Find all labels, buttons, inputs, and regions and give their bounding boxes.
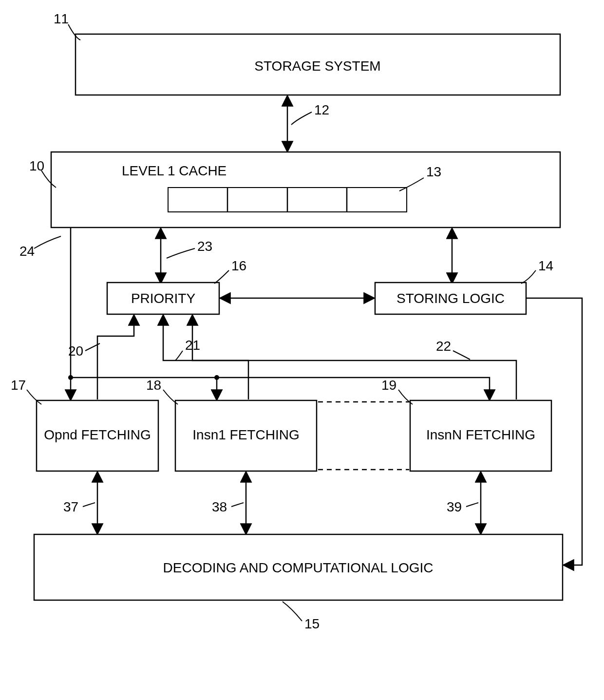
svg-text:18: 18 <box>146 378 161 393</box>
svg-text:38: 38 <box>212 499 227 514</box>
svg-text:23: 23 <box>197 239 212 254</box>
connector-22: 22 <box>192 316 516 399</box>
svg-text:13: 13 <box>426 164 441 179</box>
connector-38: 38 <box>212 473 246 533</box>
block-insn1-fetching: Insn1 FETCHING 18 <box>146 378 317 471</box>
block-diagram: STORAGE SYSTEM 11 12 LEVEL 1 CACHE 10 13 <box>0 0 604 700</box>
block-l1-cache: LEVEL 1 CACHE 10 13 <box>29 152 560 227</box>
svg-text:12: 12 <box>314 102 329 117</box>
block-storing-logic: STORING LOGIC 14 <box>375 258 553 314</box>
block-priority: PRIORITY 16 <box>107 258 246 314</box>
svg-text:11: 11 <box>54 11 69 26</box>
svg-text:19: 19 <box>381 378 396 393</box>
svg-text:20: 20 <box>68 343 83 359</box>
connector-21: 21 <box>163 316 248 399</box>
svg-text:Insn1 FETCHING: Insn1 FETCHING <box>192 427 299 442</box>
svg-text:STORING LOGIC: STORING LOGIC <box>396 291 505 306</box>
svg-text:10: 10 <box>29 158 44 173</box>
svg-text:22: 22 <box>436 339 451 354</box>
connector-37: 37 <box>63 473 97 533</box>
block-insnn-fetching: InsnN FETCHING 19 <box>381 378 551 471</box>
svg-text:17: 17 <box>11 378 26 393</box>
svg-text:15: 15 <box>304 616 320 631</box>
svg-text:PRIORITY: PRIORITY <box>131 291 196 306</box>
svg-text:14: 14 <box>538 258 553 273</box>
svg-text:37: 37 <box>63 499 78 514</box>
block-opnd-fetching: Opnd FETCHING 17 <box>11 378 158 471</box>
connector-23: 23 <box>161 229 212 283</box>
svg-text:InsnN FETCHING: InsnN FETCHING <box>426 427 535 442</box>
svg-text:39: 39 <box>447 499 462 514</box>
block-storage-system: STORAGE SYSTEM 11 <box>54 11 560 95</box>
block-decoding-logic: DECODING AND COMPUTATIONAL LOGIC 15 <box>34 534 563 631</box>
svg-text:LEVEL 1 CACHE: LEVEL 1 CACHE <box>122 163 226 178</box>
connector-39: 39 <box>447 473 481 533</box>
svg-text:16: 16 <box>231 258 246 273</box>
svg-text:DECODING AND COMPUTATIONAL LOG: DECODING AND COMPUTATIONAL LOGIC <box>163 560 434 575</box>
svg-text:24: 24 <box>19 244 35 259</box>
connector-20: 20 <box>68 316 134 399</box>
connector-12: 12 <box>287 96 329 151</box>
svg-text:STORAGE SYSTEM: STORAGE SYSTEM <box>254 58 380 74</box>
svg-text:Opnd FETCHING: Opnd FETCHING <box>44 427 151 442</box>
